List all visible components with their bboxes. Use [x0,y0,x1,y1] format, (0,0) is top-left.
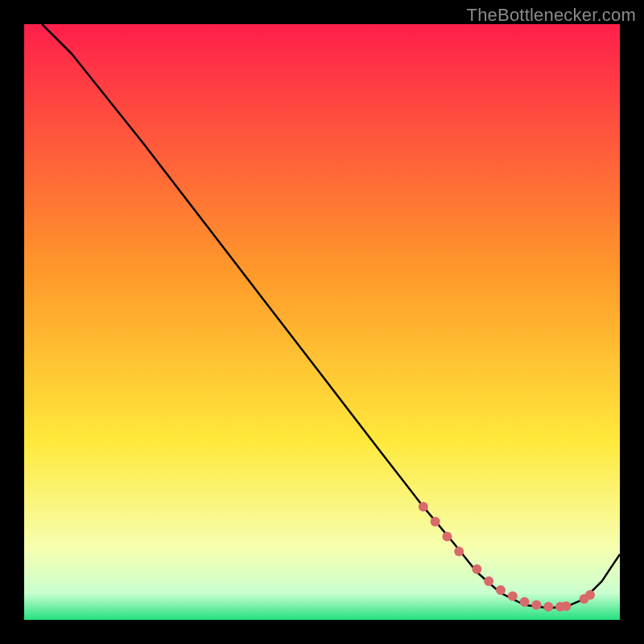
highlight-dot [520,597,530,607]
highlight-dot [585,590,595,600]
gradient-background [24,24,620,620]
highlight-dot [431,517,440,526]
chart-frame: TheBottlenecker.com [0,0,644,644]
highlight-dot [508,591,518,601]
highlight-dot [531,601,541,610]
bottleneck-chart [24,24,620,620]
highlight-dot [561,601,571,611]
highlight-dot [454,547,464,556]
highlight-dot [472,564,481,574]
highlight-dot [419,502,428,511]
highlight-dot [496,585,506,595]
highlight-dot [442,531,452,541]
highlight-dot [543,602,553,612]
watermark-text: TheBottlenecker.com [467,5,636,26]
highlight-dot [484,576,493,586]
